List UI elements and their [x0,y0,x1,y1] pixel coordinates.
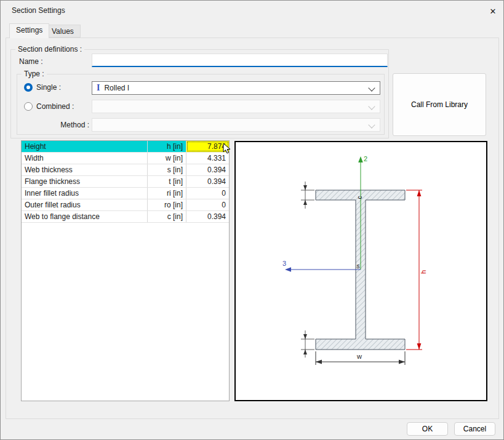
chevron-down-icon [368,84,375,91]
width-dimension: w [316,351,405,365]
cancel-button[interactable]: Cancel [454,422,495,436]
ok-button[interactable]: OK [407,422,448,436]
section-parameters-table: Height h [in] 7.874 Width w [in] 4.331 W… [21,140,230,401]
bottom-flange-thickness-dimension [301,330,314,358]
param-name: Width [22,153,148,164]
param-symbol: ri [in] [148,188,186,199]
combined-section-dropdown [92,100,380,113]
radio-unselected-icon [24,102,33,111]
param-symbol: t [in] [148,176,186,187]
table-row-web-to-flange-distance[interactable]: Web to flange distance c [in] 0.394 [22,211,229,223]
tab-settings[interactable]: Settings [9,23,49,38]
radio-selected-icon [24,83,33,92]
param-value[interactable]: 0 [186,188,229,199]
single-radio-label: Single : [36,83,61,92]
param-name: Height [22,141,148,152]
axis-2-label: 2 [364,155,367,162]
dialog-title: Section Settings [12,6,65,15]
name-input[interactable] [92,54,388,67]
tab-values[interactable]: Values [45,25,81,38]
table-row-height[interactable]: Height h [in] 7.874 [22,141,229,153]
param-value[interactable]: 0.394 [186,211,229,222]
section-settings-dialog: Section Settings ✕ Settings Values Secti… [0,0,504,440]
height-dimension-label: h [420,270,427,274]
type-label: Type : [22,70,47,78]
axis-3: 3 [282,260,361,272]
width-dimension-label: w [356,353,362,360]
height-dimension: h [406,190,427,350]
call-from-library-button[interactable]: Call From Library [393,73,486,136]
param-symbol: w [in] [148,153,186,164]
param-value[interactable]: 0.394 [186,176,229,187]
param-symbol: ro [in] [148,199,186,210]
combined-radio[interactable]: Combined : [24,102,74,111]
single-section-dropdown[interactable]: I Rolled I [92,81,380,95]
section-definitions-label: Section definitions : [15,45,84,54]
axis-3-label: 3 [282,260,286,267]
name-label: Name : [19,57,43,66]
param-value[interactable]: 0.394 [186,164,229,175]
param-symbol: s [in] [148,164,186,175]
table-row-width[interactable]: Width w [in] 4.331 [22,153,229,164]
param-name: Flange thickness [22,176,148,187]
table-row-flange-thickness[interactable]: Flange thickness t [in] 0.394 [22,176,229,188]
web-to-flange-label: c [356,196,363,199]
param-symbol: h [in] [148,141,186,152]
param-name: Outer fillet radius [22,199,148,210]
section-preview-panel: 2 3 s c h [234,141,487,401]
mouse-cursor-icon [223,143,231,155]
param-name: Inner fillet radius [22,188,148,199]
web-thickness-label: s [357,263,360,270]
table-row-web-thickness[interactable]: Web thickness s [in] 0.394 [22,164,229,176]
top-flange-thickness-dimension [301,182,314,209]
section-diagram: 2 3 s c h [236,142,486,400]
param-symbol: c [in] [148,211,186,222]
param-value[interactable]: 0 [186,199,229,210]
single-section-value: Rolled I [104,84,129,92]
chevron-down-icon [368,103,375,110]
param-name: Web to flange distance [22,211,148,222]
single-radio[interactable]: Single : [24,83,61,92]
rolled-i-icon: I [97,84,100,92]
method-label: Method : [36,121,89,129]
combined-radio-label: Combined : [36,102,74,111]
table-row-inner-fillet-radius[interactable]: Inner fillet radius ri [in] 0 [22,188,229,199]
table-row-outer-fillet-radius[interactable]: Outer fillet radius ro [in] 0 [22,199,229,211]
close-icon[interactable]: ✕ [486,5,500,18]
param-name: Web thickness [22,164,148,175]
method-dropdown [92,118,380,132]
chevron-down-icon [368,121,375,128]
